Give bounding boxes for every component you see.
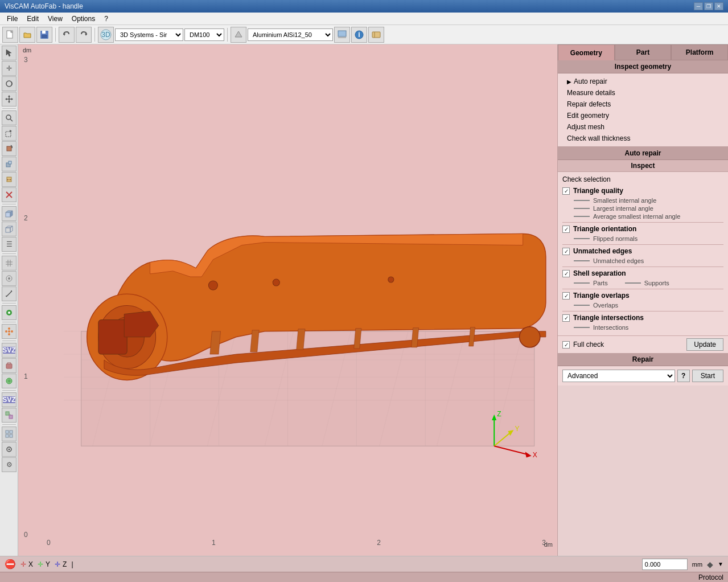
full-check-label: Full check (573, 341, 604, 349)
menu-view[interactable]: View (43, 14, 67, 24)
delete-tool[interactable] (2, 187, 17, 202)
checkbox-shell-separation[interactable] (562, 270, 570, 277)
toolbar-sep-2 (94, 28, 95, 42)
menu-file[interactable]: File (2, 14, 22, 24)
svg-point-74 (8, 449, 10, 450)
tool-c[interactable]: ⚙ (2, 457, 17, 472)
view-3d-tool[interactable] (2, 206, 17, 221)
viewport[interactable]: dm 3 2 1 0 (18, 44, 557, 556)
repair-mode-dropdown[interactable]: Advanced Basic Custom (562, 370, 675, 382)
grid-tool[interactable] (2, 256, 17, 270)
svg-point-46 (8, 277, 10, 280)
right-panel: Geometry Part Platform Inspect geometry … (557, 44, 728, 556)
transform-tool[interactable] (2, 408, 17, 423)
svg-text:✛: ✛ (6, 64, 12, 72)
svg-point-53 (8, 330, 10, 333)
svg-text:⚙: ⚙ (6, 461, 12, 469)
checkbox-triangle-intersections[interactable] (562, 314, 570, 322)
status-dropdown[interactable]: ▼ (718, 561, 723, 567)
check-selection-label: Check selection (562, 175, 723, 183)
left-sep-3 (2, 253, 16, 254)
tab-part[interactable]: Part (615, 44, 672, 60)
checkbox-triangle-overlaps[interactable] (562, 292, 570, 300)
color-picker-tool[interactable]: ▼ (2, 305, 17, 320)
measure-tool[interactable] (2, 286, 17, 301)
select-tool[interactable] (2, 46, 17, 60)
subitem-parts: Parts Supports (574, 280, 723, 286)
wireframe-tool[interactable] (2, 222, 17, 236)
subitem-intersections: Intersections (574, 324, 723, 331)
status-icon-1[interactable]: ◆ (707, 560, 713, 569)
material-dropdown[interactable]: Aluminium AlSi12_50 (248, 28, 333, 41)
new-button[interactable] (2, 27, 18, 43)
move-view-tool[interactable]: ✛ (2, 61, 17, 76)
subitem-smallest-angle: Smallest internal angle (574, 197, 723, 204)
redo-button[interactable] (76, 27, 92, 43)
checkbox-unmatched-edges[interactable] (562, 248, 570, 255)
undo-button[interactable] (59, 27, 75, 43)
checkbox-triangle-quality[interactable] (562, 187, 570, 195)
update-button[interactable]: Update (686, 338, 723, 351)
scale-tool[interactable] (2, 157, 17, 171)
menu-auto-repair[interactable]: ▶ Auto repair (558, 76, 728, 87)
settings-tool[interactable] (2, 442, 17, 457)
open-button[interactable] (19, 27, 35, 43)
inspect-menu: ▶ Auto repair Measure details Repair def… (558, 73, 728, 146)
grid-2-tool[interactable] (2, 427, 17, 441)
rotate-obj-tool[interactable] (2, 141, 17, 156)
check-unmatched-edges: Unmatched edges (562, 247, 723, 255)
svg-line-117 (494, 446, 528, 454)
checkbox-full-check[interactable] (562, 341, 570, 349)
pan-tool[interactable] (2, 92, 17, 106)
svg-rect-27 (7, 146, 11, 151)
svg-rect-67 (9, 415, 13, 419)
help-toolbar-button[interactable] (368, 27, 384, 43)
stl-tool[interactable]: SVZ (2, 343, 17, 358)
restore-button[interactable]: ❐ (704, 2, 713, 10)
svg-point-54 (8, 327, 10, 330)
viewport-unit-label: dm (23, 47, 31, 54)
divider-o (562, 244, 723, 245)
minimize-button[interactable]: ─ (694, 2, 703, 10)
stop-button[interactable]: ⛔ (5, 559, 16, 569)
svg-marker-22 (11, 98, 13, 100)
info-button[interactable]: i (351, 27, 367, 43)
viewport-unit-label-bottom: dm (544, 541, 553, 548)
tab-platform[interactable]: Platform (671, 44, 728, 60)
tool-a[interactable] (2, 358, 17, 373)
flower-tool[interactable] (2, 324, 17, 339)
close-button[interactable]: ✕ (714, 2, 723, 10)
snap-tool[interactable] (2, 271, 17, 286)
value-input[interactable] (642, 559, 688, 570)
menu-check-wall-thickness[interactable]: Check wall thickness (558, 133, 728, 144)
menu-adjust-mesh[interactable]: Adjust mesh (558, 121, 728, 133)
tab-geometry[interactable]: Geometry (558, 44, 615, 60)
repair-help-button[interactable]: ? (677, 370, 690, 382)
rotate-view-tool[interactable] (2, 76, 17, 91)
box-select-tool[interactable] (2, 126, 17, 141)
save-button[interactable] (36, 27, 52, 43)
menu-measure-details[interactable]: Measure details (558, 87, 728, 99)
menu-options[interactable]: Options (67, 14, 100, 24)
menu-edit[interactable]: Edit (22, 14, 43, 24)
menu-edit-geometry[interactable]: Edit geometry (558, 110, 728, 121)
svg-marker-118 (525, 452, 532, 457)
import-button[interactable]: 3D (98, 27, 114, 43)
zoom-tool[interactable] (2, 110, 17, 125)
svg-text:Y: Y (515, 425, 520, 433)
build-dropdown[interactable]: DM100 (184, 28, 224, 41)
move-obj-tool[interactable]: ↔ (2, 172, 17, 187)
menu-help[interactable]: ? (100, 14, 113, 24)
layer-tool[interactable]: ☰ (2, 237, 17, 252)
printer-dropdown[interactable]: 3D Systems - Sir (115, 28, 183, 41)
checkbox-triangle-orientation[interactable] (562, 226, 570, 233)
divider-e (562, 267, 723, 267)
stl-tool-2[interactable]: SVZ (2, 392, 17, 407)
settings-icon[interactable] (334, 27, 350, 43)
svg-marker-16 (6, 50, 11, 56)
tool-b[interactable] (2, 374, 17, 388)
repair-start-button[interactable]: Start (692, 370, 723, 382)
toolbar-sep-1 (55, 28, 56, 42)
coord-x: ✛ X (20, 560, 33, 568)
menu-repair-defects[interactable]: Repair defects (558, 99, 728, 110)
